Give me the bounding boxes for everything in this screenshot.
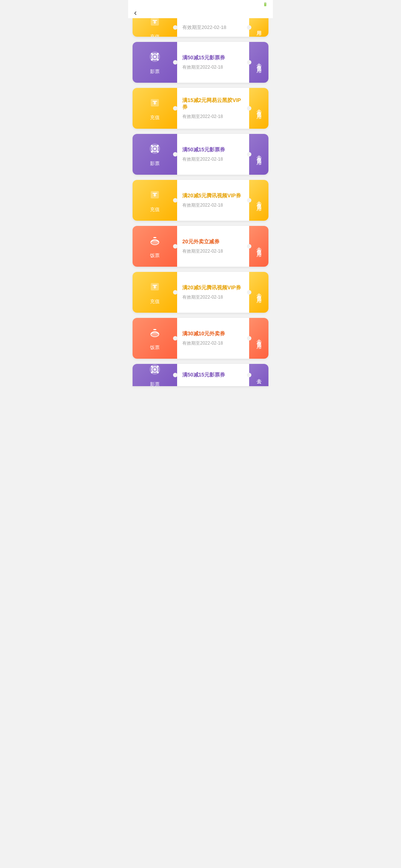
coupon-title: 满20减5元腾讯视频VIP券 xyxy=(182,193,244,199)
coupon-card: 影票 满50减15元影票券 去 xyxy=(133,364,268,386)
coupon-type-label: 影票 xyxy=(150,381,160,387)
use-button-label: 去 使 用 xyxy=(255,335,262,341)
coupon-title: 20元外卖立减券 xyxy=(182,239,244,245)
coupon-expiry: 有效期至2022-02-18 xyxy=(182,156,244,162)
svg-text:¥: ¥ xyxy=(153,100,156,106)
coupon-type-label: 充值 xyxy=(150,298,160,305)
coupon-card: 影票 满50减15元影票券 有效期至2022-02-18 去 使 用 xyxy=(133,42,268,83)
coupon-type-label: 充值 xyxy=(150,206,160,213)
coupon-use-button[interactable]: 去 使 用 xyxy=(249,272,268,313)
coupon-icon-area: 影票 xyxy=(133,134,177,175)
coupon-expiry: 有效期至2022-02-18 xyxy=(182,202,244,208)
coupon-info: 满20减5元腾讯视频VIP券 有效期至2022-02-18 xyxy=(177,272,249,313)
coupon-action-wrapper: 去 使 用 xyxy=(249,272,268,313)
coupon-icon-area: ¥ 充值 xyxy=(133,18,177,37)
coupon-use-button[interactable]: 去 使 用 xyxy=(249,318,268,359)
coupon-info: 20元外卖立减券 有效期至2022-02-18 xyxy=(177,226,249,267)
svg-point-30 xyxy=(157,365,159,367)
svg-point-28 xyxy=(154,368,156,371)
svg-point-17 xyxy=(157,151,159,152)
use-button-label: 去 使 用 xyxy=(255,151,262,157)
coupon-info: 满50减15元影票券 有效期至2022-02-18 xyxy=(177,42,249,83)
coupon-icon-area: ¥ 充值 xyxy=(133,180,177,221)
use-button-label: 去 使 用 xyxy=(255,243,262,249)
coupon-title: 满15减2元网易云黑胶VIP券 xyxy=(182,97,244,111)
coupon-type-label: 充值 xyxy=(150,33,160,37)
coupon-info: 满30减10元外卖券 有效期至2022-02-18 xyxy=(177,318,249,359)
coupon-icon-area: 饭票 xyxy=(133,226,177,267)
use-button-label: 去 xyxy=(255,375,262,375)
coupon-action-wrapper: 去 使 用 xyxy=(249,226,268,267)
coupon-title: 满50减15元影票券 xyxy=(182,372,244,378)
svg-point-15 xyxy=(157,145,159,147)
coupon-card: ¥ 充值 满20减5元腾讯视频VIP券 有效期至2022-02-18 去 使 用 xyxy=(133,272,268,313)
coupon-type-icon: ¥ xyxy=(148,96,162,112)
svg-rect-25 xyxy=(153,329,156,330)
coupon-icon-area: 影票 xyxy=(133,42,177,83)
coupon-use-button[interactable]: 去 使 用 xyxy=(249,88,268,129)
svg-point-5 xyxy=(151,53,153,55)
coupon-use-button[interactable]: 用 xyxy=(249,18,268,37)
coupon-use-button[interactable]: 去 使 用 xyxy=(249,42,268,83)
coupon-action-wrapper: 去 使 用 xyxy=(249,134,268,175)
coupon-info: 有效期至2022-02-18 xyxy=(177,18,249,37)
coupon-type-icon xyxy=(148,326,162,342)
svg-point-7 xyxy=(151,59,153,60)
coupon-icon-area: ¥ 充值 xyxy=(133,272,177,313)
coupon-expiry: 有效期至2022-02-18 xyxy=(182,24,244,31)
coupon-type-icon xyxy=(148,50,162,66)
coupon-type-label: 影票 xyxy=(150,68,160,75)
coupon-use-button[interactable]: 去 使 用 xyxy=(249,180,268,221)
coupon-use-button[interactable]: 去 使 用 xyxy=(249,134,268,175)
coupon-type-icon xyxy=(148,364,162,379)
coupon-info: 满15减2元网易云黑胶VIP券 有效期至2022-02-18 xyxy=(177,88,249,129)
coupon-expiry: 有效期至2022-02-18 xyxy=(182,340,244,346)
back-button[interactable]: ‹ xyxy=(134,8,137,18)
coupon-action-wrapper: 去 使 用 xyxy=(249,88,268,129)
coupon-action-wrapper: 用 xyxy=(249,18,268,37)
coupon-expiry: 有效期至2022-02-18 xyxy=(182,64,244,70)
coupon-type-icon xyxy=(148,234,162,250)
svg-text:¥: ¥ xyxy=(153,19,156,25)
coupon-use-button[interactable]: 去 xyxy=(249,364,268,386)
coupon-action-wrapper: 去 使 用 xyxy=(249,318,268,359)
coupon-icon-area: 饭票 xyxy=(133,318,177,359)
svg-rect-21 xyxy=(153,237,156,238)
svg-point-14 xyxy=(151,145,153,147)
coupon-card: 饭票 满30减10元外卖券 有效期至2022-02-18 去 使 用 xyxy=(133,318,268,359)
coupon-card: 饭票 20元外卖立减券 有效期至2022-02-18 去 使 用 xyxy=(133,226,268,267)
coupon-card: ¥ 充值 满15减2元网易云黑胶VIP券 有效期至2022-02-18 去 使 … xyxy=(133,88,268,129)
coupon-icon-area: ¥ 充值 xyxy=(133,88,177,129)
use-button-label: 去 使 用 xyxy=(255,105,262,111)
use-button-label: 去 使 用 xyxy=(255,197,262,203)
use-button-label: 去 使 用 xyxy=(255,289,262,295)
coupon-type-label: 影票 xyxy=(150,160,160,167)
coupon-info: 满50减15元影票券 有效期至2022-02-18 xyxy=(177,134,249,175)
coupon-info: 满50减15元影票券 xyxy=(177,364,249,386)
coupon-card: ¥ 充值 满20减5元腾讯视频VIP券 有效期至2022-02-18 去 使 用 xyxy=(133,180,268,221)
battery-icon: 🔋 xyxy=(263,2,267,6)
coupon-list: ¥ 充值 有效期至2022-02-18 用 影票 xyxy=(128,18,273,386)
coupon-type-label: 充值 xyxy=(150,114,160,121)
coupon-type-label: 饭票 xyxy=(150,344,160,351)
svg-text:¥: ¥ xyxy=(153,284,156,290)
svg-point-13 xyxy=(154,148,156,150)
coupon-info: 满20减5元腾讯视频VIP券 有效期至2022-02-18 xyxy=(177,180,249,221)
coupon-use-button[interactable]: 去 使 用 xyxy=(249,226,268,267)
coupon-title: 满50减15元影票券 xyxy=(182,147,244,153)
svg-point-4 xyxy=(154,56,156,58)
svg-text:¥: ¥ xyxy=(153,192,156,198)
coupon-icon-area: 影票 xyxy=(133,364,177,386)
coupon-expiry: 有效期至2022-02-18 xyxy=(182,114,244,120)
svg-point-6 xyxy=(157,53,159,55)
svg-point-31 xyxy=(151,371,153,373)
svg-point-32 xyxy=(157,371,159,373)
coupon-type-icon: ¥ xyxy=(148,280,162,296)
coupon-action-wrapper: 去 xyxy=(249,364,268,386)
use-button-label: 去 使 用 xyxy=(255,59,262,65)
coupon-title: 满20减5元腾讯视频VIP券 xyxy=(182,285,244,291)
coupon-title: 满30减10元外卖券 xyxy=(182,331,244,337)
coupon-title: 满50减15元影票券 xyxy=(182,55,244,61)
coupon-expiry: 有效期至2022-02-18 xyxy=(182,248,244,254)
coupon-type-label: 饭票 xyxy=(150,252,160,259)
